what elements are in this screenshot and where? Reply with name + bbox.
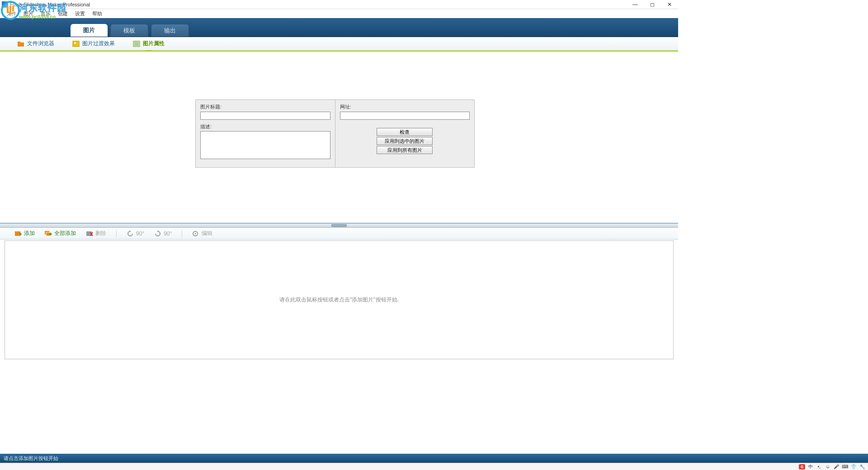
transition-icon — [72, 41, 80, 47]
tab-photo[interactable]: 图片 — [71, 24, 108, 37]
rotate-right-icon — [154, 230, 161, 237]
properties-panel: 图片标题: 描述: 网址: 检查 应用到选中的图片 应用到所有图片 — [195, 99, 475, 168]
rotate-left-label: 90° — [136, 230, 144, 237]
menu-create[interactable]: 创建 — [54, 10, 71, 17]
menu-settings[interactable]: 设置 — [71, 10, 89, 17]
add-label: 添加 — [24, 230, 35, 237]
url-input[interactable] — [340, 112, 470, 120]
close-button[interactable]: ✕ — [666, 1, 673, 8]
rotate-left-button: 90° — [127, 230, 144, 237]
separator — [116, 230, 117, 237]
menu-photo[interactable]: 图片 — [20, 10, 37, 17]
desc-label: 描述: — [200, 123, 330, 130]
rotate-left-icon — [127, 230, 134, 237]
subtab-browser-label: 文件浏览器 — [27, 40, 54, 47]
rotate-right-label: 90° — [164, 230, 172, 237]
svg-marker-18 — [129, 230, 131, 232]
svg-rect-10 — [20, 233, 21, 235]
thumbnail-area[interactable]: 请在此双击鼠标按钮或者点击"添加图片"按钮开始. — [5, 240, 674, 359]
subtab-transition[interactable]: 图片过渡效果 — [72, 40, 115, 47]
edit-icon — [192, 230, 199, 237]
grip-icon — [331, 224, 347, 227]
edit-button: 编辑 — [192, 230, 212, 237]
url-label: 网址: — [340, 103, 470, 110]
empty-hint: 请在此双击鼠标按钮或者点击"添加图片"按钮开始. — [279, 296, 399, 304]
sub-toolbar: 文件浏览器 图片过渡效果 图片属性 — [0, 37, 678, 51]
tab-template-label: 模板 — [123, 27, 135, 35]
add-all-icon — [45, 230, 52, 237]
properties-icon — [133, 41, 140, 47]
properties-pane: 图片标题: 描述: 网址: 检查 应用到选中的图片 应用到所有图片 — [0, 52, 678, 223]
menu-bar: 文件 图片 音乐 创建 设置 帮助 — [0, 9, 678, 18]
menu-file[interactable]: 文件 — [3, 10, 20, 17]
svg-rect-0 — [18, 42, 24, 47]
add-all-button[interactable]: 全部添加 — [45, 230, 76, 237]
splitter-handle[interactable] — [0, 223, 678, 228]
tab-output[interactable]: 输出 — [151, 24, 189, 37]
svg-rect-14 — [50, 233, 51, 235]
menu-help[interactable]: 帮助 — [89, 10, 106, 17]
svg-rect-2 — [73, 41, 79, 47]
tab-photo-label: 图片 — [83, 26, 95, 34]
subtab-properties[interactable]: 图片属性 — [133, 40, 165, 47]
app-icon — [2, 1, 8, 8]
subtab-transition-label: 图片过渡效果 — [82, 40, 115, 47]
delete-button: 删除 — [86, 230, 106, 237]
delete-icon — [86, 230, 93, 237]
lower-toolbar: 添加 全部添加 删除 90° 90° 编辑 — [0, 228, 678, 240]
delete-label: 删除 — [95, 230, 106, 237]
svg-rect-1 — [18, 42, 20, 43]
tab-template[interactable]: 模板 — [110, 24, 148, 37]
add-all-label: 全部添加 — [54, 230, 76, 237]
svg-point-3 — [74, 42, 76, 44]
menu-music[interactable]: 音乐 — [37, 10, 54, 17]
tab-output-label: 输出 — [164, 27, 176, 35]
title-label: 图片标题: — [200, 103, 330, 110]
separator — [182, 230, 182, 237]
edit-label: 编辑 — [202, 230, 212, 237]
subtab-properties-label: 图片属性 — [143, 40, 165, 47]
apply-all-button[interactable]: 应用到所有图片 — [377, 146, 433, 154]
main-tabs: 图片 模板 输出 — [0, 18, 678, 37]
title-bar: Flash Slideshow Maker Professional — ◻ ✕ — [0, 0, 678, 9]
folder-icon — [17, 41, 24, 47]
svg-marker-19 — [157, 230, 159, 232]
add-icon — [14, 230, 22, 237]
check-button[interactable]: 检查 — [377, 128, 433, 136]
desc-textarea[interactable] — [200, 131, 330, 159]
add-button[interactable]: 添加 — [14, 230, 35, 237]
minimize-button[interactable]: — — [632, 1, 638, 8]
window-title: Flash Slideshow Maker Professional — [10, 2, 632, 7]
rotate-right-button: 90° — [154, 230, 172, 237]
svg-point-21 — [195, 233, 196, 234]
apply-selected-button[interactable]: 应用到选中的图片 — [377, 137, 433, 145]
maximize-button[interactable]: ◻ — [649, 1, 656, 8]
title-input[interactable] — [200, 112, 330, 120]
subtab-file-browser[interactable]: 文件浏览器 — [17, 40, 54, 47]
